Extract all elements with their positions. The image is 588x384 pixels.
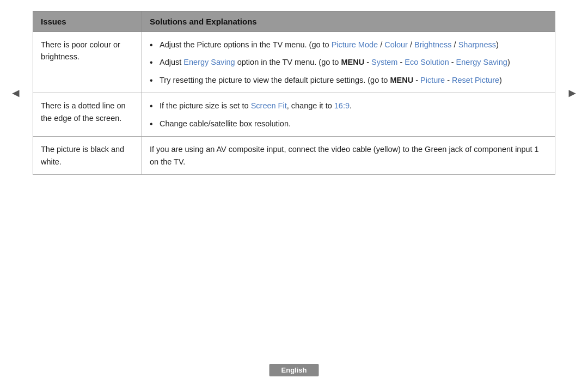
normal-text: -	[449, 58, 456, 66]
nav-arrow-right[interactable]: ►	[566, 86, 578, 100]
solution-item-0-2: Try resetting the picture to view the de…	[150, 74, 547, 86]
issue-cell-2: The picture is black and white.	[33, 137, 142, 175]
normal-text: )	[499, 76, 502, 84]
link-text[interactable]: Energy Saving	[456, 58, 507, 66]
solution-cell-2: If you are using an AV composite input, …	[142, 137, 555, 175]
solution-item-0-0: Adjust the Picture options in the TV men…	[150, 39, 547, 51]
normal-text: /	[408, 40, 414, 49]
solution-cell-0: Adjust the Picture options in the TV men…	[142, 32, 555, 93]
normal-text: /	[452, 40, 458, 49]
normal-text: -	[364, 58, 371, 66]
link-text[interactable]: Reset Picture	[452, 76, 499, 84]
link-text[interactable]: Eco Solution	[405, 58, 449, 66]
link-text[interactable]: Picture Mode	[332, 40, 378, 49]
link-text[interactable]: Picture	[420, 76, 445, 84]
normal-text: )	[507, 58, 510, 66]
normal-text: Adjust the Picture options in the TV men…	[160, 40, 332, 49]
link-text[interactable]: Screen Fit	[251, 101, 287, 110]
normal-text: Adjust	[160, 58, 183, 66]
normal-text: /	[378, 40, 384, 49]
bold-text: MENU	[390, 76, 413, 84]
normal-text: -	[413, 76, 420, 84]
normal-text: Try resetting the picture to view the de…	[160, 76, 390, 84]
footer: English	[270, 365, 319, 374]
link-text[interactable]: Sharpness	[458, 40, 496, 49]
issue-cell-1: There is a dotted line on the edge of th…	[33, 93, 142, 137]
link-text[interactable]: Energy Saving	[183, 58, 235, 66]
solution-list-0: Adjust the Picture options in the TV men…	[150, 39, 547, 86]
normal-text: , change it to	[287, 101, 334, 110]
issue-cell-0: There is poor colour or brightness.	[33, 32, 142, 93]
col-header-issues: Issues	[33, 11, 142, 32]
normal-text: -	[445, 76, 452, 84]
link-text[interactable]: Brightness	[414, 40, 452, 49]
normal-text: .	[350, 101, 352, 110]
col-header-solutions: Solutions and Explanations	[142, 11, 555, 32]
normal-text: -	[397, 58, 405, 66]
normal-text: )	[496, 40, 499, 49]
solution-list-1: If the picture size is set to Screen Fit…	[150, 100, 547, 130]
normal-text: If the picture size is set to	[160, 101, 251, 110]
language-badge: English	[270, 364, 319, 376]
solution-item-1-1: Change cable/satellite box resolution.	[150, 118, 547, 130]
link-text[interactable]: System	[371, 58, 397, 66]
normal-text: option in the TV menu. (go to	[235, 58, 341, 66]
link-text[interactable]: Colour	[384, 40, 408, 49]
normal-text: If you are using an AV composite input, …	[150, 145, 539, 166]
link-text[interactable]: 16:9	[334, 101, 350, 110]
bold-text: MENU	[341, 58, 364, 66]
content-table: Issues Solutions and Explanations There …	[33, 11, 555, 175]
nav-arrow-left[interactable]: ◄	[10, 86, 22, 100]
page-container: ◄ ► Issues Solutions and Explanations Th…	[0, 0, 588, 186]
solution-item-1-0: If the picture size is set to Screen Fit…	[150, 100, 547, 112]
solution-item-0-1: Adjust Energy Saving option in the TV me…	[150, 56, 547, 68]
normal-text: Change cable/satellite box resolution.	[160, 119, 291, 128]
solution-cell-1: If the picture size is set to Screen Fit…	[142, 93, 555, 137]
